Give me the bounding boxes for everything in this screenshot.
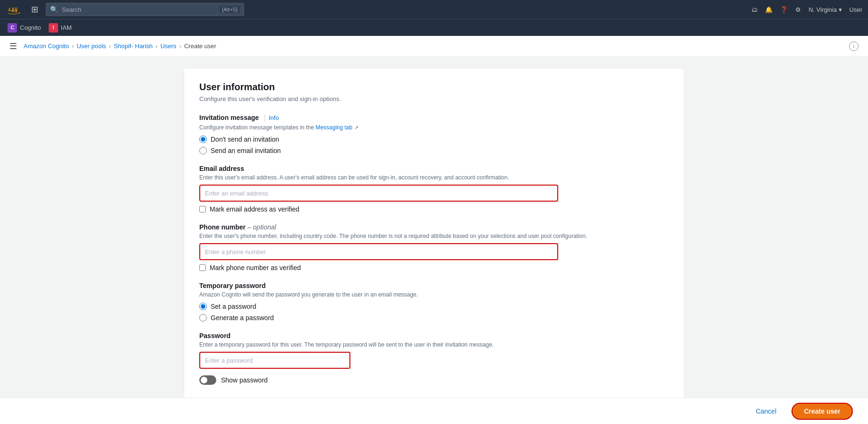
breadcrumb-shopif-harish[interactable]: Shopif- Harish (114, 42, 153, 50)
email-invite-radio[interactable] (199, 147, 207, 154)
temp-password-group: Temporary password Amazon Cognito will s… (199, 282, 669, 322)
settings-icon[interactable]: ⚙ (795, 6, 801, 13)
set-password-label: Set a password (211, 303, 256, 310)
password-input[interactable] (199, 352, 350, 369)
iam-service[interactable]: I IAM (49, 23, 72, 33)
breadcrumb-create-user: Create user (184, 42, 216, 50)
show-password-toggle[interactable] (199, 375, 216, 385)
phone-number-group: Phone number – optional Enter the user's… (199, 223, 669, 271)
phone-verified-checkbox-option[interactable]: Mark phone number as verified (199, 264, 669, 271)
user-information-card: User information Configure this user's v… (184, 68, 684, 409)
temp-password-label: Temporary password (199, 282, 669, 289)
breadcrumb-amazon-cognito[interactable]: Amazon Cognito (24, 42, 69, 50)
user-account[interactable]: User (850, 6, 862, 13)
search-bar: 🔍 [Alt+S] (46, 3, 244, 16)
generate-password-option[interactable]: Generate a password (199, 314, 669, 322)
invitation-radio-group: Don't send an invitation Send an email i… (199, 136, 669, 154)
phone-verified-checkbox[interactable] (199, 264, 206, 271)
email-verified-checkbox-option[interactable]: Mark email address as verified (199, 205, 669, 213)
form-subtitle: Configure this user's verification and s… (199, 95, 669, 102)
region-selector[interactable]: N. Virginia ▾ (808, 6, 842, 13)
invitation-label: Invitation message (199, 114, 259, 121)
email-invite-option[interactable]: Send an email invitation (199, 147, 669, 154)
help-icon[interactable]: ❓ (780, 6, 788, 13)
show-password-label: Show password (221, 376, 268, 384)
breadcrumb-user-pools[interactable]: User pools (77, 42, 106, 50)
iam-badge: I (49, 23, 58, 33)
phone-optional-text: – optional (247, 223, 276, 231)
set-password-radio[interactable] (199, 303, 207, 310)
set-password-option[interactable]: Set a password (199, 303, 669, 310)
temp-password-radio-group: Set a password Generate a password (199, 303, 669, 322)
password-label: Password (199, 332, 669, 339)
breadcrumb-sep-1: › (72, 42, 74, 50)
phone-input[interactable] (199, 243, 558, 260)
cognito-service[interactable]: C Cognito (8, 23, 41, 33)
temp-password-description: Amazon Cognito will send the password yo… (199, 291, 669, 298)
email-verified-label: Mark email address as verified (210, 205, 299, 213)
cognito-badge: C (8, 23, 17, 33)
search-input[interactable] (62, 6, 216, 13)
aws-logo[interactable] (6, 4, 24, 15)
top-nav: ⊞ 🔍 [Alt+S] 🗂 🔔 ❓ ⚙ N. Virginia ▾ User (0, 0, 868, 19)
no-invite-label: Don't send an invitation (211, 136, 279, 143)
generate-password-label: Generate a password (211, 314, 274, 322)
page-footer: Cancel Create user (0, 398, 868, 424)
search-shortcut: [Alt+S] (220, 6, 240, 13)
breadcrumb-sep-2: › (109, 42, 111, 50)
service-bar: C Cognito I IAM (0, 19, 868, 36)
email-address-group: Email address Enter this user's email ad… (199, 165, 669, 213)
cancel-button[interactable]: Cancel (748, 404, 784, 419)
password-description: Enter a temporary password for this user… (199, 341, 669, 348)
breadcrumb-sep-4: › (179, 42, 181, 50)
invitation-message-group: Invitation message Info Configure invita… (199, 114, 669, 154)
breadcrumb-sep-3: › (155, 42, 157, 50)
no-invite-radio[interactable] (199, 136, 207, 143)
bell-icon[interactable]: 🔔 (765, 6, 773, 13)
phone-verified-label: Mark phone number as verified (210, 264, 301, 271)
show-password-row: Show password (199, 375, 669, 385)
main-content: User information Configure this user's v… (174, 57, 694, 424)
external-link-icon: ↗ (354, 125, 358, 130)
invitation-description: Configure invitation message templates i… (199, 124, 669, 131)
search-icon: 🔍 (50, 6, 58, 13)
invitation-info-link[interactable]: Info (264, 114, 279, 121)
email-description: Enter this user's email address. A user'… (199, 174, 669, 181)
grid-icon[interactable]: ⊞ (29, 2, 40, 17)
cognito-label: Cognito (20, 24, 41, 31)
phone-label: Phone number – optional (199, 223, 669, 231)
iam-label: IAM (61, 24, 72, 31)
email-verified-checkbox[interactable] (199, 206, 206, 212)
email-label: Email address (199, 165, 669, 172)
sidebar-toggle[interactable]: ☰ (9, 41, 17, 51)
clipboard-icon[interactable]: 🗂 (751, 6, 757, 13)
page-info-icon[interactable]: i (849, 42, 859, 51)
email-input[interactable] (199, 185, 558, 202)
password-group: Password Enter a temporary password for … (199, 332, 669, 385)
breadcrumb-bar: ☰ Amazon Cognito › User pools › Shopif- … (0, 36, 868, 57)
phone-description: Enter the user's phone number, including… (199, 233, 669, 239)
breadcrumb-users[interactable]: Users (161, 42, 177, 50)
email-invite-label: Send an email invitation (211, 147, 281, 154)
messaging-tab-link[interactable]: Messaging tab (315, 124, 352, 131)
no-invite-option[interactable]: Don't send an invitation (199, 136, 669, 143)
nav-right: 🗂 🔔 ❓ ⚙ N. Virginia ▾ User (751, 6, 862, 13)
create-user-button[interactable]: Create user (791, 403, 853, 420)
form-title: User information (199, 82, 669, 93)
generate-password-radio[interactable] (199, 314, 207, 322)
